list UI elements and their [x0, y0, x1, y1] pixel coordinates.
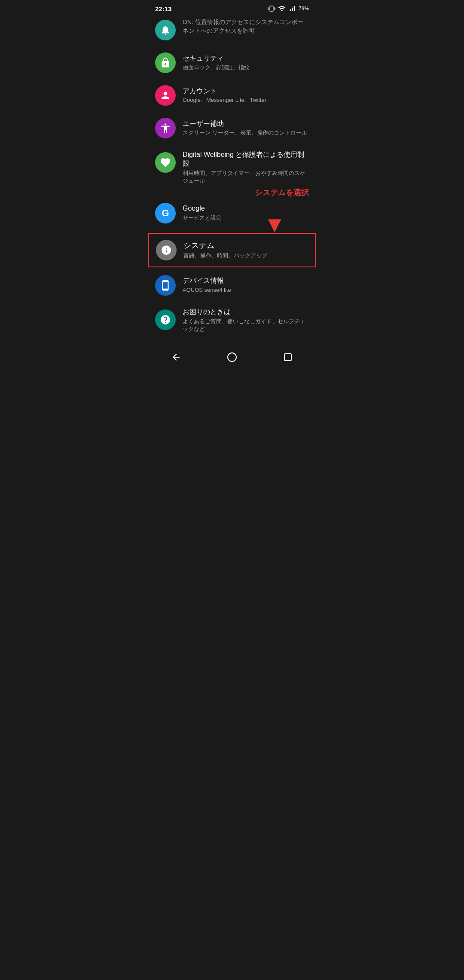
digitalwellbeing-subtitle: 利用時間、アプリタイマー、おやすみ時間のスケジュール: [183, 169, 309, 185]
accessibility-subtitle: スクリーン リーダー、表示、操作のコントロール: [183, 129, 309, 137]
status-time: 22:13: [155, 5, 171, 12]
google-subtitle: サービスと設定: [183, 214, 309, 222]
google-icon-circle: G: [155, 203, 176, 224]
back-button[interactable]: [167, 348, 186, 367]
system-icon-circle: [156, 240, 177, 260]
battery-level: 79%: [299, 6, 309, 12]
back-icon: [171, 352, 181, 362]
info-icon: [161, 245, 172, 256]
signal-icon: [288, 5, 296, 12]
help-title: お困りのときは: [183, 308, 309, 317]
digitalwellbeing-icon-circle: [155, 152, 176, 173]
help-icon: [160, 314, 171, 325]
wifi-icon: [278, 5, 286, 12]
deviceinfo-icon-circle: [155, 275, 176, 296]
smartphone-icon: [160, 280, 171, 291]
notification-icon: [160, 24, 171, 36]
settings-item-help[interactable]: お困りのときは よくあるご質問、使いこなしガイド、セルフチェックなど: [148, 302, 316, 339]
person-icon: [160, 90, 171, 101]
status-bar: 22:13 79%: [148, 0, 316, 15]
settings-item-security[interactable]: セキュリティ 画面ロック、顔認証、指紋: [148, 46, 316, 79]
account-title: アカウント: [183, 87, 309, 96]
system-title: システム: [183, 241, 308, 251]
accessibility-icon: [160, 122, 171, 134]
partial-icon: [155, 20, 176, 40]
deviceinfo-item-text: デバイス情報 AQUOS sense4 lite: [183, 276, 309, 294]
security-item-text: セキュリティ 画面ロック、顔認証、指紋: [183, 54, 309, 72]
settings-item-deviceinfo[interactable]: デバイス情報 AQUOS sense4 lite: [148, 269, 316, 302]
account-subtitle: Google、Messenger Lite、Twitter: [183, 96, 309, 104]
partial-subtitle: ON: 位置情報のアクセスにシステムコンポーネントへのアクセスを許可: [183, 18, 309, 35]
account-item-text: アカウント Google、Messenger Lite、Twitter: [183, 87, 309, 104]
lock-icon: [160, 57, 171, 68]
nav-bar: [148, 343, 316, 374]
security-icon-circle: [155, 52, 176, 73]
home-icon: [227, 352, 237, 362]
system-item-text: システム 言語、操作、時間、バックアップ: [183, 241, 308, 260]
account-icon-circle: [155, 85, 176, 106]
settings-item-account[interactable]: アカウント Google、Messenger Lite、Twitter: [148, 79, 316, 112]
recents-button[interactable]: [278, 348, 297, 367]
accessibility-icon-circle: [155, 118, 176, 138]
settings-item-system[interactable]: システム 言語、操作、時間、バックアップ: [148, 233, 316, 267]
digitalwellbeing-item-text: Digital Wellbeing と保護者による使用制限 利用時間、アプリタイ…: [183, 150, 309, 185]
system-subtitle: 言語、操作、時間、バックアップ: [183, 252, 308, 260]
help-subtitle: よくあるご質問、使いこなしガイド、セルフチェックなど: [183, 318, 309, 333]
google-title: Google: [183, 204, 309, 213]
digitalwellbeing-title: Digital Wellbeing と保護者による使用制限: [183, 150, 309, 168]
settings-item-partial[interactable]: ON: 位置情報のアクセスにシステムコンポーネントへのアクセスを許可: [148, 15, 316, 46]
annotation-arrow: ▼: [264, 213, 286, 236]
help-item-text: お困りのときは よくあるご質問、使いこなしガイド、セルフチェックなど: [183, 308, 309, 333]
status-icons: 79%: [268, 5, 309, 12]
accessibility-item-text: ユーザー補助 スクリーン リーダー、表示、操作のコントロール: [183, 119, 309, 137]
home-button[interactable]: [223, 348, 241, 367]
security-title: セキュリティ: [183, 54, 309, 63]
partial-item-text: ON: 位置情報のアクセスにシステムコンポーネントへのアクセスを許可: [183, 18, 309, 35]
help-icon-circle: [155, 309, 176, 330]
security-subtitle: 画面ロック、顔認証、指紋: [183, 64, 309, 71]
vibrate-icon: [268, 5, 275, 12]
recents-icon: [284, 353, 292, 361]
settings-item-digitalwellbeing[interactable]: Digital Wellbeing と保護者による使用制限 利用時間、アプリタイ…: [148, 144, 316, 191]
accessibility-title: ユーザー補助: [183, 119, 309, 129]
google-item-text: Google サービスと設定: [183, 204, 309, 222]
google-annotation-wrapper: システムを選択 G Google サービスと設定 ▼: [148, 191, 316, 233]
deviceinfo-title: デバイス情報: [183, 276, 309, 285]
annotation-label: システムを選択: [255, 187, 309, 198]
deviceinfo-subtitle: AQUOS sense4 lite: [183, 286, 309, 294]
settings-item-accessibility[interactable]: ユーザー補助 スクリーン リーダー、表示、操作のコントロール: [148, 112, 316, 144]
heart-icon: [160, 157, 171, 168]
settings-list: ON: 位置情報のアクセスにシステムコンポーネントへのアクセスを許可 セキュリテ…: [148, 15, 316, 339]
